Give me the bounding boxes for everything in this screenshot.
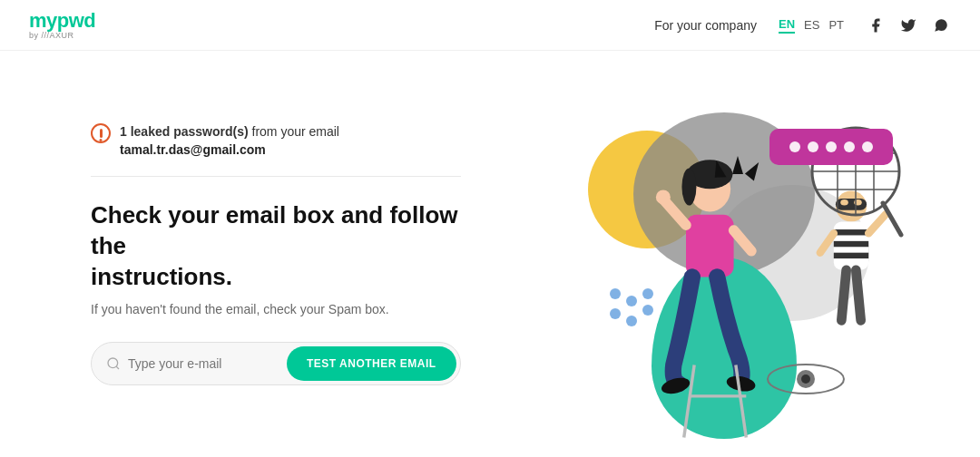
search-area: TEST ANOTHER EMAIL bbox=[91, 342, 461, 385]
email-input[interactable] bbox=[128, 356, 287, 371]
alert-icon-bar bbox=[100, 129, 103, 138]
logo: mypwd by ///AXUR bbox=[29, 11, 95, 40]
pwd-star-5 bbox=[862, 141, 873, 152]
svg-point-4 bbox=[610, 308, 621, 319]
language-group: EN ES PT bbox=[779, 17, 844, 34]
svg-line-1 bbox=[116, 366, 119, 369]
heading-line2: instructions. bbox=[91, 263, 232, 290]
svg-line-20 bbox=[683, 365, 693, 438]
logo-main-text: mypwd bbox=[29, 11, 95, 31]
pwd-star-4 bbox=[844, 141, 855, 152]
heading-line1: Check your email box and follow the bbox=[91, 201, 458, 259]
svg-point-2 bbox=[610, 288, 621, 299]
svg-rect-30 bbox=[833, 253, 867, 258]
svg-line-35 bbox=[883, 203, 901, 235]
nav-right: For your company EN ES PT bbox=[654, 15, 951, 35]
alert-email: tamal.tr.das@gmail.com bbox=[120, 142, 266, 157]
twitter-icon[interactable] bbox=[898, 15, 918, 35]
svg-point-13 bbox=[681, 168, 696, 205]
svg-rect-14 bbox=[686, 215, 734, 277]
lang-pt[interactable]: PT bbox=[828, 18, 844, 32]
pwd-star-2 bbox=[808, 141, 818, 152]
alert-text: 1 leaked password(s) from your email bbox=[120, 124, 339, 139]
sub-text: If you haven't found the email, check yo… bbox=[91, 302, 461, 316]
logo-sub-text: by ///AXUR bbox=[29, 32, 95, 40]
svg-line-33 bbox=[841, 270, 846, 320]
svg-marker-10 bbox=[710, 160, 726, 181]
test-email-button[interactable]: TEST ANOTHER EMAIL bbox=[287, 346, 456, 381]
nav-company-link[interactable]: For your company bbox=[654, 18, 757, 33]
right-panel bbox=[515, 51, 980, 457]
lang-es[interactable]: ES bbox=[804, 18, 819, 32]
search-icon bbox=[106, 356, 121, 371]
alert-icon bbox=[91, 123, 111, 143]
danger-arrows bbox=[710, 156, 783, 210]
main-content: 1 leaked password(s) from your email tam… bbox=[0, 51, 980, 457]
header: mypwd by ///AXUR For your company EN ES … bbox=[0, 0, 980, 51]
alert-suffix: from your email bbox=[249, 124, 339, 139]
pwd-star-3 bbox=[826, 141, 837, 152]
svg-marker-9 bbox=[743, 160, 760, 181]
social-group bbox=[866, 15, 951, 35]
lang-en[interactable]: EN bbox=[779, 17, 795, 34]
svg-line-34 bbox=[856, 270, 860, 320]
alert-row: 1 leaked password(s) from your email tam… bbox=[91, 122, 461, 177]
password-popup bbox=[769, 129, 893, 165]
whatsapp-icon[interactable] bbox=[931, 15, 951, 35]
svg-rect-29 bbox=[833, 241, 867, 247]
facebook-icon[interactable] bbox=[866, 15, 886, 35]
svg-line-17 bbox=[733, 230, 750, 251]
svg-marker-8 bbox=[732, 156, 743, 174]
alert-count: 1 leaked password(s) bbox=[120, 124, 249, 139]
left-panel: 1 leaked password(s) from your email tam… bbox=[0, 51, 515, 457]
illustration bbox=[534, 76, 933, 457]
pwd-star-1 bbox=[789, 141, 800, 152]
svg-point-16 bbox=[655, 190, 670, 204]
svg-point-0 bbox=[108, 358, 118, 368]
main-heading: Check your email box and follow the inst… bbox=[91, 200, 461, 292]
alert-text-block: 1 leaked password(s) from your email tam… bbox=[120, 122, 339, 158]
